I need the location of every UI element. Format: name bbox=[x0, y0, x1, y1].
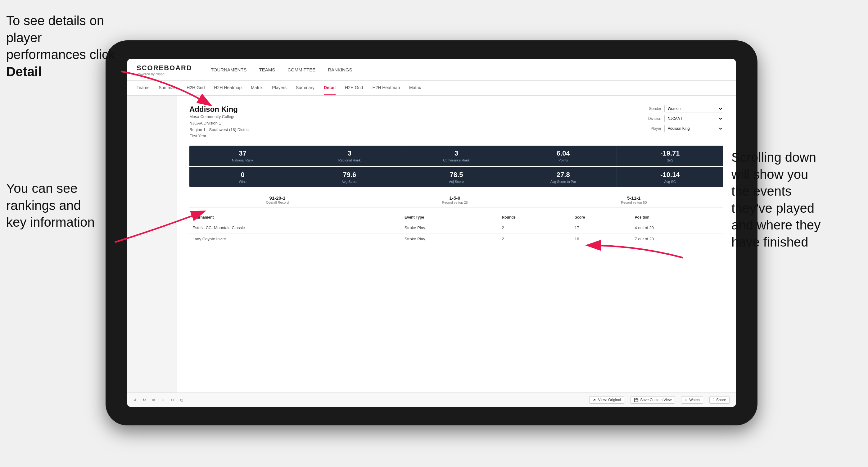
subnav-detail[interactable]: Detail bbox=[324, 81, 336, 95]
stat-avg-sg: -10.14 Avg SG bbox=[617, 167, 723, 187]
watch-button[interactable]: ⊕ Watch bbox=[681, 396, 703, 404]
subnav-summary[interactable]: Summary bbox=[159, 81, 177, 95]
table-row: Lady Coyote Invite Stroke Play 2 16 7 ou… bbox=[189, 234, 723, 245]
toolbar-icon-4[interactable]: ◷ bbox=[180, 398, 183, 402]
record-top25-label: Record vs top 25 bbox=[442, 200, 468, 204]
record-top50: 5-11-1 Record vs top 50 bbox=[621, 195, 647, 204]
save-custom-label: Save Custom View bbox=[640, 398, 672, 402]
score-1: 17 bbox=[571, 222, 631, 234]
tournament-1: Estella CC- Mountain Classic bbox=[189, 222, 401, 234]
subnav-summary2[interactable]: Summary bbox=[296, 81, 314, 95]
stat-national-rank-label: National Rank bbox=[192, 158, 293, 162]
tablet-frame: SCOREBOARD Powered by clippd TOURNAMENTS… bbox=[105, 40, 757, 426]
save-custom-button[interactable]: 💾 Save Custom View bbox=[630, 396, 675, 404]
subnav-teams[interactable]: Teams bbox=[136, 81, 149, 95]
subnav-h2h-grid[interactable]: H2H Grid bbox=[187, 81, 205, 95]
main-content: Addison King Mesa Community College NJCA… bbox=[177, 96, 736, 393]
stat-avg-score-par-label: Avg Score to Par bbox=[513, 180, 614, 184]
stat-avg-score-par-value: 27.8 bbox=[513, 171, 614, 179]
player-college: Mesa Community College bbox=[189, 114, 250, 120]
stat-points-value: 6.04 bbox=[513, 149, 614, 157]
stat-sos-value: -19.71 bbox=[619, 149, 721, 157]
stat-regional-rank-value: 3 bbox=[299, 149, 400, 157]
gender-label: Gender bbox=[643, 106, 661, 111]
redo-icon[interactable]: ↻ bbox=[143, 398, 146, 402]
tournament-2: Lady Coyote Invite bbox=[189, 234, 401, 245]
stat-wins: 0 Wins bbox=[189, 167, 296, 187]
sub-nav: Teams Summary H2H Grid H2H Heatmap Matri… bbox=[127, 81, 736, 96]
share-button[interactable]: ⤴ Share bbox=[709, 396, 730, 404]
subnav-players[interactable]: Players bbox=[272, 81, 286, 95]
division-control: Division NJCAA I bbox=[643, 115, 723, 122]
record-overall-label: Overall Record bbox=[266, 200, 289, 204]
toolbar-icon-3[interactable]: ⊙ bbox=[171, 398, 174, 402]
stat-avg-score-value: 79.6 bbox=[299, 171, 400, 179]
event-type-1: Stroke Play bbox=[401, 222, 499, 234]
share-icon: ⤴ bbox=[713, 398, 715, 402]
toolbar-icon-2[interactable]: ⊖ bbox=[161, 398, 164, 402]
player-division: NJCAA Division 1 bbox=[189, 120, 250, 127]
annotation-bottomleft: You can seerankings andkey information bbox=[6, 180, 118, 231]
toolbar-icon-1[interactable]: ⊕ bbox=[152, 398, 155, 402]
stat-avg-score-par: 27.8 Avg Score to Par bbox=[510, 167, 617, 187]
stat-wins-label: Wins bbox=[192, 180, 293, 184]
col-rounds: Rounds bbox=[499, 213, 572, 222]
subnav-h2h-heatmap[interactable]: H2H Heatmap bbox=[214, 81, 242, 95]
logo-scoreboard: SCOREBOARD bbox=[136, 64, 192, 72]
stat-avg-sg-value: -10.14 bbox=[619, 171, 721, 179]
stat-avg-score-label: Avg Score bbox=[299, 180, 400, 184]
gender-select[interactable]: Women bbox=[664, 105, 723, 113]
watch-icon: ⊕ bbox=[685, 398, 688, 402]
nav-teams[interactable]: TEAMS bbox=[259, 65, 275, 74]
stat-avg-sg-label: Avg SG bbox=[619, 180, 721, 184]
stats-row-1: 37 National Rank 3 Regional Rank 3 Confe… bbox=[189, 146, 723, 166]
stat-adj-score: 78.5 Adj Score bbox=[403, 167, 510, 187]
stat-national-rank: 37 National Rank bbox=[189, 146, 296, 166]
stat-conference-rank-label: Conference Rank bbox=[405, 158, 507, 162]
stat-points: 6.04 Points bbox=[510, 146, 617, 166]
left-sidebar bbox=[127, 96, 177, 393]
tablet-screen: SCOREBOARD Powered by clippd TOURNAMENTS… bbox=[127, 59, 736, 407]
subnav-h2h-grid2[interactable]: H2H Grid bbox=[345, 81, 363, 95]
player-name: Addison King bbox=[189, 105, 250, 114]
annotation-topleft: To see details on player performances cl… bbox=[6, 12, 124, 80]
player-label: Player bbox=[643, 126, 661, 131]
player-region: Region 1 - Southwest (18) District bbox=[189, 127, 250, 133]
col-score: Score bbox=[571, 213, 631, 222]
gender-control: Gender Women bbox=[643, 105, 723, 113]
annotation-bottomright-text: Scrolling downwill show youthe eventsthe… bbox=[732, 150, 820, 249]
view-original-button[interactable]: 👁 View: Original bbox=[589, 396, 624, 404]
undo-icon[interactable]: ↺ bbox=[133, 398, 136, 402]
score-2: 16 bbox=[571, 234, 631, 245]
record-top50-value: 5-11-1 bbox=[621, 195, 647, 200]
stat-conference-rank: 3 Conference Rank bbox=[403, 146, 510, 166]
watch-label: Watch bbox=[689, 398, 700, 402]
subnav-matrix[interactable]: Matrix bbox=[251, 81, 262, 95]
stat-adj-score-label: Adj Score bbox=[405, 180, 507, 184]
stat-wins-value: 0 bbox=[192, 171, 293, 179]
player-info: Addison King Mesa Community College NJCA… bbox=[189, 105, 250, 139]
division-select[interactable]: NJCAA I bbox=[664, 115, 723, 122]
subnav-h2h-heatmap2[interactable]: H2H Heatmap bbox=[372, 81, 400, 95]
record-overall: 91-20-1 Overall Record bbox=[266, 195, 289, 204]
view-icon: 👁 bbox=[593, 398, 596, 402]
stat-regional-rank-label: Regional Rank bbox=[299, 158, 400, 162]
rounds-1: 2 bbox=[499, 222, 572, 234]
rounds-2: 2 bbox=[499, 234, 572, 245]
content-area: Addison King Mesa Community College NJCA… bbox=[127, 96, 736, 393]
nav-tournaments[interactable]: TOURNAMENTS bbox=[211, 65, 247, 74]
stat-regional-rank: 3 Regional Rank bbox=[296, 146, 403, 166]
player-select[interactable]: Addison King bbox=[664, 125, 723, 132]
col-event-type: Event Type bbox=[401, 213, 499, 222]
stat-points-label: Points bbox=[513, 158, 614, 162]
stat-avg-score: 79.6 Avg Score bbox=[296, 167, 403, 187]
stat-national-rank-value: 37 bbox=[192, 149, 293, 157]
position-2: 7 out of 20 bbox=[632, 234, 723, 245]
nav-rankings[interactable]: RANKINGS bbox=[328, 65, 352, 74]
event-type-2: Stroke Play bbox=[401, 234, 499, 245]
subnav-matrix2[interactable]: Matrix bbox=[409, 81, 421, 95]
col-tournament: Tournament bbox=[189, 213, 401, 222]
nav-committee[interactable]: COMMITTEE bbox=[287, 65, 315, 74]
record-top50-label: Record vs top 50 bbox=[621, 200, 647, 204]
records-row: 91-20-1 Overall Record 1-5-0 Record vs t… bbox=[189, 192, 723, 208]
